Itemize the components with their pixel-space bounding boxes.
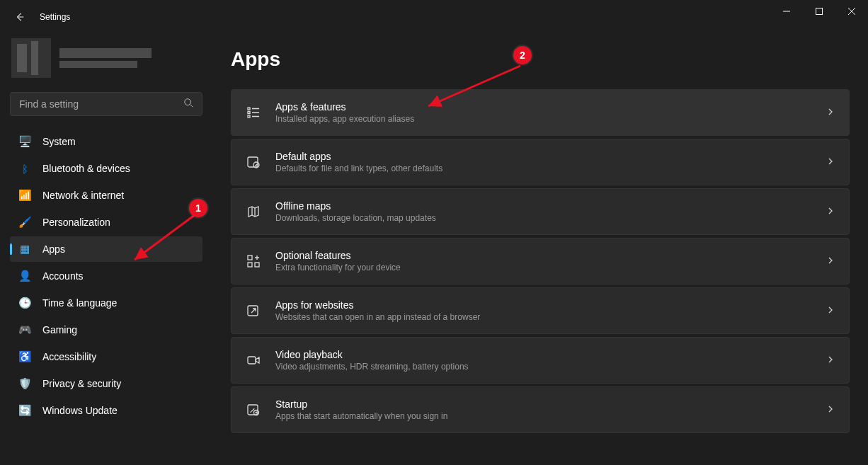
card-title: Video playback <box>275 349 812 360</box>
card-offline-maps[interactable]: Offline mapsDownloads, storage location,… <box>231 188 850 235</box>
svg-point-1 <box>185 99 191 105</box>
card-subtitle: Apps that start automatically when you s… <box>275 411 812 421</box>
search-box[interactable] <box>10 92 202 116</box>
svg-rect-9 <box>255 263 259 267</box>
search-icon <box>183 98 193 110</box>
sidebar-item-accessibility[interactable]: ♿Accessibility <box>10 344 202 369</box>
card-text: StartupApps that start automatically whe… <box>275 398 812 421</box>
card-default-apps[interactable]: Default appsDefaults for file and link t… <box>231 139 850 185</box>
card-apps-for-websites[interactable]: Apps for websitesWebsites that can open … <box>231 287 850 334</box>
sidebar-item-label: Bluetooth & devices <box>42 163 130 174</box>
chevron-right-icon <box>826 205 835 218</box>
window-controls <box>770 0 868 23</box>
close-icon <box>848 8 855 15</box>
sidebar-item-privacy-security[interactable]: 🛡️Privacy & security <box>10 371 202 396</box>
sidebar-item-bluetooth-devices[interactable]: ᛒBluetooth & devices <box>10 156 202 181</box>
user-text <box>59 48 152 68</box>
chevron-right-icon <box>826 156 835 168</box>
svg-rect-10 <box>248 306 258 316</box>
minimize-button[interactable] <box>770 0 803 23</box>
windows-update-icon: 🔄 <box>18 404 31 417</box>
video-icon <box>246 352 261 368</box>
apps-icon: ▦ <box>18 243 31 256</box>
annotation-marker-2: 2 <box>513 46 532 64</box>
card-title: Offline maps <box>275 200 812 212</box>
chevron-right-icon <box>826 106 835 119</box>
window-title: Settings <box>40 12 70 22</box>
sidebar-item-network-internet[interactable]: 📶Network & internet <box>10 183 202 208</box>
card-subtitle: Defaults for file and link types, other … <box>275 163 812 173</box>
card-subtitle: Installed apps, app execution aliases <box>275 114 812 124</box>
svg-rect-8 <box>248 263 252 267</box>
card-subtitle: Video adjustments, HDR streaming, batter… <box>275 362 812 372</box>
chevron-right-icon <box>826 304 835 317</box>
annotation-marker-1: 1 <box>189 199 207 217</box>
sidebar-item-label: Time & language <box>42 297 117 309</box>
titlebar: Settings <box>0 0 868 34</box>
sidebar-item-personalization[interactable]: 🖌️Personalization <box>10 209 202 235</box>
search-input[interactable] <box>19 98 183 110</box>
card-optional-features[interactable]: Optional featuresExtra functionality for… <box>231 238 850 285</box>
user-block[interactable] <box>10 34 202 88</box>
network-internet-icon: 📶 <box>18 189 31 202</box>
nav-list: 🖥️SystemᛒBluetooth & devices📶Network & i… <box>10 129 202 423</box>
system-icon: 🖥️ <box>18 135 31 148</box>
svg-rect-3 <box>248 112 250 114</box>
list-icon <box>246 105 261 120</box>
card-title: Startup <box>275 398 812 410</box>
card-title: Default apps <box>275 151 812 162</box>
cards-list: Apps & featuresInstalled apps, app execu… <box>231 89 850 433</box>
back-button[interactable] <box>13 10 27 24</box>
sidebar-item-label: Network & internet <box>42 190 124 201</box>
avatar <box>11 38 51 78</box>
card-text: Video playbackVideo adjustments, HDR str… <box>275 349 812 372</box>
page-title: Apps <box>231 48 850 71</box>
map-icon <box>246 204 261 219</box>
minimize-icon <box>783 8 790 15</box>
chevron-right-icon <box>826 354 835 367</box>
sidebar-item-accounts[interactable]: 👤Accounts <box>10 263 202 289</box>
bluetooth-devices-icon: ᛒ <box>18 162 31 175</box>
sidebar-item-label: Windows Update <box>42 405 118 416</box>
arrow-left-icon <box>15 12 25 22</box>
svg-rect-2 <box>248 108 250 110</box>
svg-rect-11 <box>248 357 256 364</box>
card-text: Apps & featuresInstalled apps, app execu… <box>275 101 812 124</box>
sidebar-item-apps[interactable]: ▦Apps <box>10 236 202 262</box>
chevron-right-icon <box>826 403 835 416</box>
sidebar-item-gaming[interactable]: 🎮Gaming <box>10 317 202 343</box>
maximize-button[interactable] <box>803 0 835 23</box>
svg-rect-0 <box>816 8 823 15</box>
card-apps-features[interactable]: Apps & featuresInstalled apps, app execu… <box>231 89 850 136</box>
sidebar-item-system[interactable]: 🖥️System <box>10 129 202 154</box>
plus-grid-icon <box>246 253 261 269</box>
svg-rect-7 <box>248 256 252 260</box>
sidebar-item-label: Personalization <box>42 217 110 228</box>
sidebar-item-label: Accessibility <box>42 351 96 362</box>
card-startup[interactable]: StartupApps that start automatically whe… <box>231 386 850 433</box>
card-text: Default appsDefaults for file and link t… <box>275 151 812 173</box>
sidebar-item-label: Privacy & security <box>42 378 121 389</box>
card-text: Offline mapsDownloads, storage location,… <box>275 200 812 223</box>
gaming-icon: 🎮 <box>18 323 31 336</box>
sidebar-item-label: Apps <box>42 243 65 255</box>
accessibility-icon: ♿ <box>18 350 31 363</box>
card-title: Optional features <box>275 250 812 261</box>
card-subtitle: Websites that can open in an app instead… <box>275 312 812 322</box>
card-text: Apps for websitesWebsites that can open … <box>275 299 812 322</box>
user-name-redacted <box>59 48 152 58</box>
card-subtitle: Extra functionality for your device <box>275 263 812 272</box>
sidebar-item-label: System <box>42 136 76 147</box>
svg-rect-4 <box>248 115 250 117</box>
card-video-playback[interactable]: Video playbackVideo adjustments, HDR str… <box>231 337 850 384</box>
sidebar-item-windows-update[interactable]: 🔄Windows Update <box>10 398 202 423</box>
close-button[interactable] <box>835 0 868 23</box>
accounts-icon: 👤 <box>18 270 31 282</box>
link-app-icon <box>246 303 261 318</box>
default-icon <box>246 154 261 170</box>
content-pane: Apps Apps & featuresInstalled apps, app … <box>212 34 868 465</box>
sidebar-item-label: Gaming <box>42 324 77 335</box>
personalization-icon: 🖌️ <box>18 216 31 229</box>
sidebar-item-time-language[interactable]: 🕒Time & language <box>10 290 202 316</box>
startup-icon <box>246 402 261 418</box>
